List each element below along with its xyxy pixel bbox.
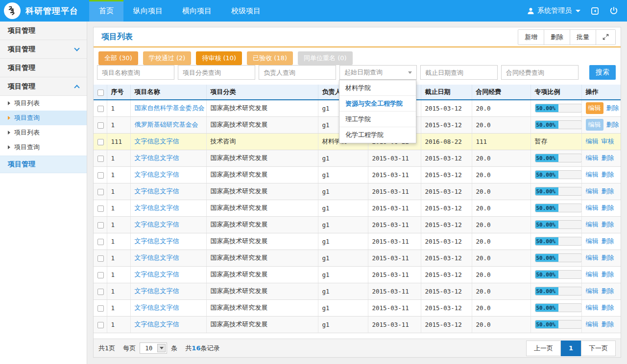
- sidebar-group-1[interactable]: 项目管理: [0, 22, 87, 40]
- sidebar-item-project-list-2[interactable]: 项目列表: [0, 125, 87, 140]
- row-action-button[interactable]: 编辑: [586, 102, 603, 114]
- select-all-checkbox[interactable]: [97, 90, 104, 96]
- nav-tab-home[interactable]: 首页: [89, 0, 123, 22]
- sidebar-group-3[interactable]: 项目管理: [0, 59, 87, 77]
- batch-button[interactable]: 批量: [570, 30, 596, 45]
- project-name-link[interactable]: 文字信息文字信: [135, 254, 179, 261]
- row-checkbox[interactable]: [97, 272, 104, 278]
- filter-all[interactable]: 全部 (30): [98, 51, 138, 65]
- row-action-link[interactable]: 编辑: [586, 187, 599, 196]
- per-page-select[interactable]: 10: [140, 342, 167, 354]
- start-date-select[interactable]: 起始日期查询: [339, 65, 417, 80]
- dropdown-option-science-engineering[interactable]: 理工学院: [339, 112, 416, 127]
- project-name-link[interactable]: 文字信息文字信: [135, 304, 179, 311]
- row-action-link[interactable]: 删除: [602, 303, 614, 312]
- row-action-link[interactable]: 删除: [602, 287, 614, 296]
- project-name-link[interactable]: 文字信息文字信: [135, 320, 179, 328]
- row-checkbox[interactable]: [97, 172, 104, 179]
- project-name-link[interactable]: 俄罗斯基础研究基金会: [135, 121, 198, 128]
- user-menu[interactable]: 系统管理员: [527, 6, 580, 15]
- row-action-link[interactable]: 编辑: [586, 320, 599, 329]
- nav-tab-horizontal-projects[interactable]: 横向项目: [172, 0, 221, 22]
- project-name-link[interactable]: 文字信息文字信: [135, 137, 179, 145]
- next-page-button[interactable]: 下一页: [581, 341, 616, 356]
- row-checkbox[interactable]: [97, 122, 104, 129]
- row-action-link[interactable]: 编辑: [586, 287, 599, 296]
- dropdown-option-resources-safety[interactable]: 资源与安全工程学院: [339, 96, 416, 112]
- row-action-link[interactable]: 删除: [602, 204, 614, 212]
- sidebar-item-project-query-1[interactable]: 项目查询: [0, 111, 87, 125]
- switch-account-icon[interactable]: [590, 6, 600, 16]
- row-checkbox[interactable]: [97, 305, 104, 312]
- dropdown-option-materials[interactable]: 材料学院: [339, 80, 416, 96]
- power-icon[interactable]: [609, 6, 618, 15]
- filter-accepted[interactable]: 已验收 (18): [247, 51, 293, 65]
- project-name-link[interactable]: 文字信息文字信: [135, 171, 179, 178]
- row-action-link[interactable]: 删除: [602, 154, 614, 162]
- dropdown-option-chemical-engineering[interactable]: 化学工程学院: [339, 127, 416, 143]
- owner-input[interactable]: [259, 65, 336, 80]
- fee-input[interactable]: [501, 65, 579, 80]
- nav-tab-vertical-projects[interactable]: 纵向项目: [123, 0, 172, 22]
- row-checkbox[interactable]: [97, 106, 104, 112]
- row-action-button[interactable]: 编辑: [586, 119, 603, 131]
- row-checkbox[interactable]: [97, 289, 104, 295]
- sidebar-group-2[interactable]: 项目管理: [0, 40, 87, 59]
- row-action-link[interactable]: 编辑: [586, 237, 599, 246]
- row-action-link[interactable]: 编辑: [586, 137, 599, 146]
- row-action-link[interactable]: 审核: [602, 137, 614, 146]
- row-action-link[interactable]: 删除: [606, 120, 619, 129]
- nav-tab-school-projects[interactable]: 校级项目: [221, 0, 270, 22]
- project-name-link[interactable]: 文字信息文字信: [135, 237, 179, 245]
- row-checkbox[interactable]: [97, 255, 104, 262]
- row-checkbox[interactable]: [97, 205, 104, 212]
- end-date-input[interactable]: [420, 65, 498, 80]
- row-action-link[interactable]: 删除: [606, 104, 619, 113]
- row-action-link[interactable]: 删除: [602, 220, 614, 229]
- sidebar-group-4[interactable]: 项目管理: [0, 77, 87, 96]
- row-checkbox[interactable]: [97, 239, 104, 245]
- delete-button[interactable]: 删除: [544, 30, 570, 45]
- row-checkbox[interactable]: [97, 322, 104, 328]
- add-button[interactable]: 新增: [518, 30, 544, 45]
- filter-school-approved[interactable]: 学校通过 (2): [143, 51, 192, 65]
- filter-pending-review[interactable]: 待审核 (10): [196, 51, 242, 65]
- row-action-link[interactable]: 删除: [602, 253, 614, 262]
- row-action-link[interactable]: 编辑: [586, 253, 599, 262]
- project-name-link[interactable]: 文字信息文字信: [135, 221, 179, 228]
- project-name-input[interactable]: [97, 65, 174, 80]
- cell-seq: 1: [107, 116, 130, 133]
- row-action-link[interactable]: 删除: [602, 270, 614, 279]
- project-name-link[interactable]: 国家自然科学基金委员会: [135, 104, 205, 112]
- page-1-button[interactable]: 1: [561, 341, 581, 356]
- per-page-dropdown-button[interactable]: [157, 344, 166, 352]
- row-action-link[interactable]: 编辑: [586, 220, 599, 229]
- project-category-input[interactable]: [178, 65, 255, 80]
- row-checkbox[interactable]: [97, 222, 104, 228]
- row-action-link[interactable]: 编辑: [586, 170, 599, 179]
- project-name-link[interactable]: 文字信息文字信: [135, 154, 179, 161]
- row-action-link[interactable]: 编辑: [586, 270, 599, 279]
- row-action-link[interactable]: 删除: [602, 320, 614, 329]
- row-action-link[interactable]: 编辑: [586, 204, 599, 212]
- row-action-link[interactable]: 编辑: [586, 303, 599, 312]
- sidebar-item-project-management[interactable]: 项目管理: [0, 156, 87, 173]
- project-name-link[interactable]: 文字信息文字信: [135, 271, 179, 278]
- row-action-link[interactable]: 删除: [602, 170, 614, 179]
- project-name-link[interactable]: 文字信息文字信: [135, 287, 179, 295]
- expand-button[interactable]: [596, 30, 615, 45]
- filter-duplicate-name[interactable]: 同单位重名 (0): [298, 51, 353, 65]
- row-action-link[interactable]: 编辑: [586, 154, 599, 162]
- row-action-link[interactable]: 删除: [602, 237, 614, 246]
- sidebar-item-project-list-1[interactable]: 项目列表: [0, 96, 87, 111]
- row-action-link[interactable]: 删除: [602, 187, 614, 196]
- search-button[interactable]: 搜索: [589, 65, 616, 80]
- project-name-link[interactable]: 文字信息文字信: [135, 187, 179, 195]
- sidebar-item-project-query-2[interactable]: 项目查询: [0, 140, 87, 155]
- row-checkbox[interactable]: [97, 156, 104, 162]
- row-checkbox[interactable]: [97, 189, 104, 195]
- row-checkbox[interactable]: [97, 139, 104, 145]
- project-name-link[interactable]: 文字信息文字信: [135, 204, 179, 211]
- prev-page-button[interactable]: 上一页: [526, 341, 561, 356]
- per-page-label: 每页: [123, 344, 136, 353]
